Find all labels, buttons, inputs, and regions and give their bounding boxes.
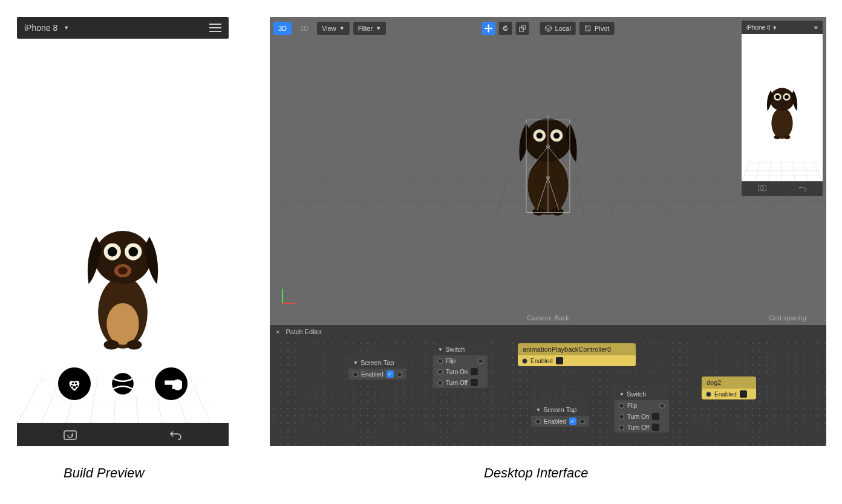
svg-point-11 [72, 382, 74, 384]
svg-point-38 [771, 108, 792, 139]
svg-point-14 [76, 385, 78, 387]
tennis-ball-button[interactable] [104, 365, 142, 402]
mini-undo-icon[interactable] [798, 184, 807, 193]
svg-point-43 [785, 95, 789, 99]
patch-editor-panel[interactable]: × Patch Editor ▼Screen Tap Enabled ▼Swit… [270, 325, 826, 446]
svg-point-13 [71, 385, 73, 387]
svg-point-21 [537, 132, 543, 138]
build-preview-body [17, 39, 229, 423]
close-icon[interactable]: × [276, 328, 279, 335]
svg-point-44 [774, 135, 780, 140]
chevron-down-icon: ▼ [339, 25, 345, 31]
svg-point-16 [112, 373, 134, 395]
port-out[interactable] [478, 358, 483, 364]
mini-device-selector[interactable]: iPhone 8 ▼ [746, 24, 777, 31]
port-in[interactable] [522, 358, 527, 364]
dog-model-scene[interactable] [509, 108, 587, 216]
mini-grid [742, 160, 823, 181]
checkbox-icon[interactable] [556, 357, 563, 364]
chevron-down-icon: ▼ [64, 25, 69, 31]
rotate-tool-icon[interactable] [499, 22, 512, 35]
port-out[interactable] [579, 419, 585, 424]
build-preview-header: iPhone 8 ▼ [17, 17, 229, 39]
mini-preview-footer [742, 181, 823, 196]
caption-build-preview: Build Preview [64, 465, 144, 481]
svg-point-47 [760, 187, 763, 190]
svg-point-45 [784, 135, 791, 140]
checkbox-icon[interactable] [471, 368, 478, 375]
svg-point-4 [108, 247, 117, 257]
node-switch-1[interactable]: ▼Switch Flip Turn On Turn Off [433, 343, 488, 388]
svg-point-25 [551, 208, 564, 216]
svg-point-1 [106, 303, 139, 344]
svg-line-37 [586, 26, 590, 31]
patch-editor-title: Patch Editor [286, 328, 322, 335]
port-in[interactable] [535, 419, 541, 424]
device-label: iPhone 8 [24, 23, 57, 33]
svg-point-41 [775, 95, 780, 99]
transform-tools: Local Pivot [482, 22, 615, 35]
svg-rect-46 [759, 186, 766, 191]
svg-point-39 [770, 88, 795, 111]
node-dog2[interactable]: dog2 Enabled [702, 376, 756, 399]
checkbox-icon[interactable] [652, 424, 659, 431]
port-in[interactable] [706, 392, 711, 397]
move-tool-icon[interactable] [482, 22, 495, 35]
svg-point-9 [104, 340, 119, 350]
port-in[interactable] [353, 372, 358, 377]
node-animation-controller[interactable]: animationPlaybackController0 Enabled [518, 343, 636, 366]
mini-hamburger-icon[interactable]: ≡ [814, 24, 818, 31]
view-dropdown[interactable]: View▼ [317, 22, 350, 35]
checkbox-icon[interactable] [652, 413, 659, 420]
mini-preview-panel: iPhone 8 ▼ ≡ [742, 21, 823, 196]
port-in[interactable] [437, 369, 443, 375]
port-in[interactable] [619, 403, 624, 409]
preview-action-buttons [17, 365, 229, 402]
port-out[interactable] [659, 403, 665, 409]
svg-point-12 [75, 382, 77, 384]
port-in[interactable] [437, 358, 443, 364]
chevron-down-icon: ▼ [376, 25, 381, 31]
space-toggle[interactable]: Local [540, 22, 576, 35]
viewport-toolbar: 3D 2D View▼ Filter▼ Local Pivot [273, 21, 823, 36]
port-in[interactable] [619, 425, 624, 430]
mini-preview-body [742, 34, 823, 181]
svg-point-24 [532, 208, 545, 216]
port-in[interactable] [437, 380, 443, 386]
build-preview-footer [17, 423, 229, 446]
node-switch-2[interactable]: ▼Switch Flip Turn On Turn Off [615, 388, 669, 433]
undo-icon[interactable] [169, 428, 183, 441]
checkbox-icon[interactable] [387, 370, 394, 378]
viewport-status-bar: Camera: Back Grid spacing: [270, 314, 826, 325]
axis-gizmo [282, 286, 300, 304]
device-selector[interactable]: iPhone 8 ▼ [24, 23, 69, 33]
build-preview-panel: iPhone 8 ▼ [17, 17, 229, 446]
hamburger-icon[interactable] [209, 24, 221, 32]
desktop-interface-panel: Camera: Back Grid spacing: 3D 2D View▼ F… [270, 17, 826, 446]
svg-point-23 [553, 132, 560, 138]
node-screen-tap-1[interactable]: ▼Screen Tap Enabled [348, 357, 406, 380]
filter-dropdown[interactable]: Filter▼ [353, 22, 386, 35]
port-in[interactable] [619, 414, 624, 419]
node-screen-tap-2[interactable]: ▼Screen Tap Enabled [531, 404, 589, 427]
camera-flip-icon[interactable] [63, 428, 77, 441]
mode-3d-button[interactable]: 3D [273, 22, 292, 35]
svg-point-8 [118, 267, 128, 275]
scale-tool-icon[interactable] [516, 22, 529, 35]
port-out[interactable] [397, 372, 402, 377]
whistle-button[interactable] [152, 365, 190, 402]
checkbox-icon[interactable] [740, 390, 747, 398]
svg-point-10 [126, 340, 142, 350]
mode-2d-button[interactable]: 2D [295, 22, 313, 35]
checkbox-icon[interactable] [471, 379, 478, 386]
checkbox-icon[interactable] [569, 418, 576, 425]
mini-dog-model [762, 82, 803, 140]
svg-rect-17 [64, 431, 76, 439]
patch-editor-header: × Patch Editor [270, 325, 826, 338]
paw-heart-button[interactable] [56, 365, 93, 402]
pivot-toggle[interactable]: Pivot [579, 22, 614, 35]
dog-model-preview [74, 218, 171, 351]
mini-camera-flip-icon[interactable] [757, 184, 767, 193]
camera-label: Camera: Back [527, 314, 569, 321]
mini-preview-header: iPhone 8 ▼ ≡ [742, 21, 823, 34]
